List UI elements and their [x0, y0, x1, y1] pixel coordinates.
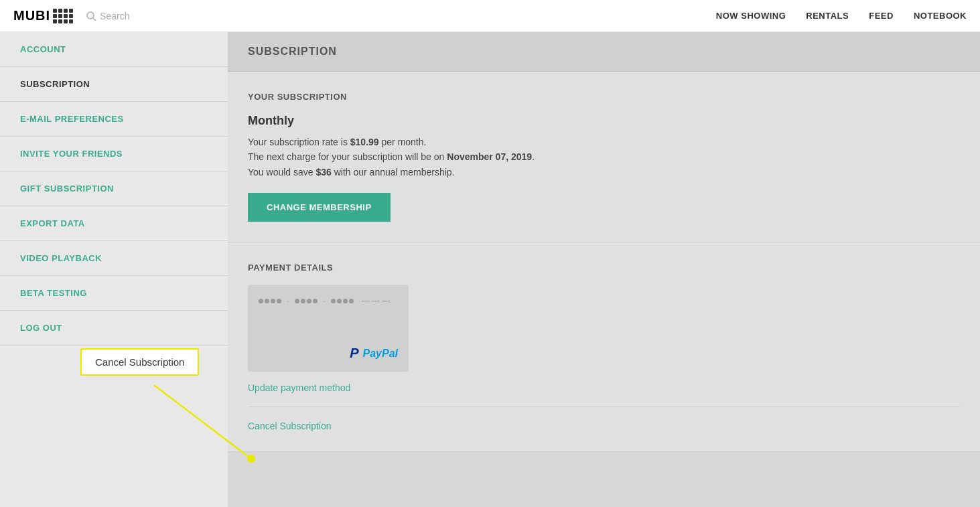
search-bar[interactable]: Search: [86, 11, 129, 21]
cancel-subscription-link[interactable]: Cancel Subscription: [248, 421, 332, 431]
logo-dots: [53, 9, 73, 23]
payment-card: · · — — — P PayPal: [248, 285, 409, 372]
payment-section-title: PAYMENT DETAILS: [248, 263, 960, 273]
rate-text: Your subscription rate is: [248, 137, 350, 147]
page-layout: ACCOUNT SUBSCRIPTION E-MAIL PREFERENCES …: [0, 32, 980, 507]
main-nav: NOW SHOWING RENTALS FEED NOTEBOOK: [716, 11, 967, 21]
sidebar-item-subscription[interactable]: SUBSCRIPTION: [0, 67, 228, 102]
next-charge-end: .: [532, 151, 535, 162]
sidebar-item-export-data[interactable]: EXPORT DATA: [0, 206, 228, 241]
divider: [248, 407, 960, 407]
save-amount: $36: [316, 167, 331, 177]
nav-feed[interactable]: FEED: [869, 11, 894, 21]
save-suffix: with our annual membership.: [332, 167, 455, 177]
page-title: SUBSCRIPTION: [228, 32, 980, 72]
rate-amount: $10.99: [350, 137, 379, 147]
sidebar-item-video-playback[interactable]: VIDEO PLAYBACK: [0, 241, 228, 276]
subscription-plan: Monthly: [248, 114, 960, 128]
sidebar-item-email-preferences[interactable]: E-MAIL PREFERENCES: [0, 102, 228, 137]
search-icon: [86, 11, 96, 21]
logo: MUBI: [13, 8, 73, 23]
callout-annotation: Cancel Subscription: [80, 348, 199, 413]
main-content: SUBSCRIPTION YOUR SUBSCRIPTION Monthly Y…: [228, 32, 980, 507]
paypal-logo: P PayPal: [259, 346, 398, 361]
nav-now-showing[interactable]: NOW SHOWING: [716, 11, 786, 21]
save-text: You would save: [248, 167, 316, 177]
svg-line-1: [93, 18, 96, 21]
header: MUBI Search NOW SHOWING RENTALS FEED NOT…: [0, 0, 980, 32]
sidebar-item-gift-subscription[interactable]: GIFT SUBSCRIPTION: [0, 171, 228, 206]
next-charge-text: The next charge for your subscription wi…: [248, 151, 447, 162]
card-number-dots: · · — — —: [259, 295, 398, 306]
sidebar: ACCOUNT SUBSCRIPTION E-MAIL PREFERENCES …: [0, 32, 228, 507]
svg-point-0: [87, 12, 94, 19]
change-membership-button[interactable]: CHANGE MEMBERSHIP: [248, 193, 391, 222]
subscription-section: YOUR SUBSCRIPTION Monthly Your subscript…: [228, 72, 980, 242]
sidebar-item-beta-testing[interactable]: BETA TESTING: [0, 276, 228, 311]
next-charge-date: November 07, 2019: [447, 151, 532, 162]
logo-text: MUBI: [13, 8, 50, 23]
subscription-section-title: YOUR SUBSCRIPTION: [248, 92, 960, 102]
payment-section: PAYMENT DETAILS · · — — —: [228, 242, 980, 452]
callout-box: Cancel Subscription: [80, 348, 199, 376]
sidebar-item-log-out[interactable]: LOG OUT: [0, 311, 228, 346]
nav-rentals[interactable]: RENTALS: [806, 11, 849, 21]
update-payment-link[interactable]: Update payment method: [248, 382, 350, 393]
rate-suffix: per month.: [379, 137, 427, 147]
search-placeholder: Search: [100, 11, 129, 21]
sidebar-item-account[interactable]: ACCOUNT: [0, 32, 228, 67]
callout-label: Cancel Subscription: [95, 356, 184, 368]
nav-notebook[interactable]: NOTEBOOK: [914, 11, 967, 21]
sidebar-item-invite-friends[interactable]: INVITE YOUR FRIENDS: [0, 137, 228, 171]
subscription-description: Your subscription rate is $10.99 per mon…: [248, 135, 960, 179]
